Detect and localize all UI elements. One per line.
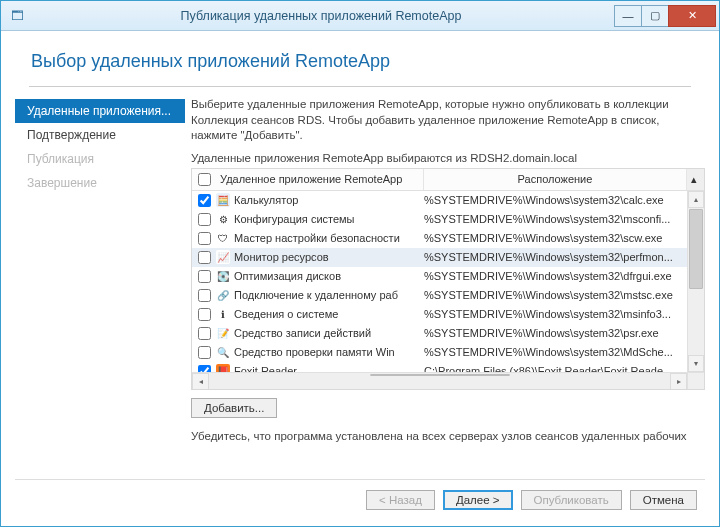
instructions-text: Выберите удаленные приложения RemoteApp,…: [191, 97, 705, 144]
app-name: Средство записи действий: [234, 327, 371, 339]
column-header-name[interactable]: Удаленное приложение RemoteApp: [216, 169, 424, 190]
table-row[interactable]: ⚙Конфигурация системы%SYSTEMDRIVE%\Windo…: [192, 210, 687, 229]
row-checkbox[interactable]: [198, 270, 211, 283]
scroll-down-button[interactable]: ▾: [688, 355, 704, 372]
app-icon: 🗔: [7, 8, 27, 23]
row-checkbox[interactable]: [198, 251, 211, 264]
nav-step-2: Публикация: [15, 147, 185, 171]
scroll-right-button[interactable]: ▸: [670, 373, 687, 389]
v-scroll-thumb[interactable]: [689, 209, 703, 289]
publish-button[interactable]: Опубликовать: [521, 490, 622, 510]
table-row[interactable]: ℹСведения о системе%SYSTEMDRIVE%\Windows…: [192, 305, 687, 324]
app-icon: 📕: [216, 364, 230, 372]
table-row[interactable]: 🔍Средство проверки памяти Win%SYSTEMDRIV…: [192, 343, 687, 362]
row-checkbox[interactable]: [198, 194, 211, 207]
h-scroll-thumb[interactable]: [370, 374, 510, 376]
table-row[interactable]: 📝Средство записи действий%SYSTEMDRIVE%\W…: [192, 324, 687, 343]
scroll-corner: [687, 372, 704, 389]
app-location: %SYSTEMDRIVE%\Windows\system32\psr.exe: [424, 327, 687, 339]
cancel-button[interactable]: Отмена: [630, 490, 697, 510]
app-icon: 📝: [216, 326, 230, 340]
app-name: Подключение к удаленному раб: [234, 289, 398, 301]
row-checkbox[interactable]: [198, 327, 211, 340]
app-location: %SYSTEMDRIVE%\Windows\system32\calc.exe: [424, 194, 687, 206]
app-location: %SYSTEMDRIVE%\Windows\system32\msinfo3..…: [424, 308, 687, 320]
nav-step-0[interactable]: Удаленные приложения...: [15, 99, 185, 123]
window-buttons: — ▢ ✕: [615, 5, 716, 27]
back-button[interactable]: < Назад: [366, 490, 435, 510]
maximize-button[interactable]: ▢: [641, 5, 669, 27]
table-row[interactable]: 🛡Мастер настройки безопасности%SYSTEMDRI…: [192, 229, 687, 248]
app-name: Мастер настройки безопасности: [234, 232, 400, 244]
column-header-location[interactable]: Расположение: [424, 169, 687, 190]
table-row[interactable]: 💽Оптимизация дисков%SYSTEMDRIVE%\Windows…: [192, 267, 687, 286]
app-name: Оптимизация дисков: [234, 270, 341, 282]
close-button[interactable]: ✕: [668, 5, 716, 27]
header-checkbox-cell[interactable]: [192, 169, 216, 190]
table-row[interactable]: 📈Монитор ресурсов%SYSTEMDRIVE%\Windows\s…: [192, 248, 687, 267]
wizard-window: 🗔 Публикация удаленных приложений Remote…: [0, 0, 720, 527]
nav-step-3: Завершение: [15, 171, 185, 195]
scroll-left-button[interactable]: ◂: [192, 373, 209, 389]
wizard-nav: Удаленные приложения...ПодтверждениеПубл…: [15, 97, 185, 471]
app-name: Конфигурация системы: [234, 213, 355, 225]
row-checkbox[interactable]: [198, 346, 211, 359]
footer-note: Убедитесь, что программа установлена на …: [191, 430, 705, 442]
window-title: Публикация удаленных приложений RemoteAp…: [27, 9, 615, 23]
app-icon: 🔍: [216, 345, 230, 359]
vertical-scrollbar[interactable]: ▴ ▾: [687, 191, 704, 372]
app-name: Сведения о системе: [234, 308, 338, 320]
app-icon: 💽: [216, 269, 230, 283]
table-header: Удаленное приложение RemoteApp Расположе…: [192, 169, 704, 191]
titlebar: 🗔 Публикация удаленных приложений Remote…: [1, 1, 719, 31]
scroll-gutter: ▴: [687, 169, 704, 190]
app-icon: ⚙: [216, 212, 230, 226]
select-all-checkbox[interactable]: [198, 173, 211, 186]
row-checkbox[interactable]: [198, 213, 211, 226]
app-location: %SYSTEMDRIVE%\Windows\system32\mstsc.exe: [424, 289, 687, 301]
divider: [29, 86, 691, 87]
app-icon: 🔗: [216, 288, 230, 302]
table-row[interactable]: 🔗Подключение к удаленному раб%SYSTEMDRIV…: [192, 286, 687, 305]
app-icon: 📈: [216, 250, 230, 264]
source-server-text: Удаленные приложения RemoteApp выбираютс…: [191, 152, 705, 164]
horizontal-scrollbar[interactable]: ◂ ▸: [192, 372, 687, 389]
nav-step-1[interactable]: Подтверждение: [15, 123, 185, 147]
app-icon: 🛡: [216, 231, 230, 245]
page-title: Выбор удаленных приложений RemoteApp: [31, 51, 705, 72]
table-row[interactable]: 🧮Калькулятор%SYSTEMDRIVE%\Windows\system…: [192, 191, 687, 210]
app-name: Калькулятор: [234, 194, 298, 206]
table-row[interactable]: 📕Foxit ReaderC:\Program Files (x86)\Foxi…: [192, 362, 687, 372]
app-location: %SYSTEMDRIVE%\Windows\system32\msconfi..…: [424, 213, 687, 225]
row-checkbox[interactable]: [198, 289, 211, 302]
row-checkbox[interactable]: [198, 232, 211, 245]
row-checkbox[interactable]: [198, 365, 211, 372]
add-button[interactable]: Добавить...: [191, 398, 277, 418]
minimize-button[interactable]: —: [614, 5, 642, 27]
next-button[interactable]: Далее >: [443, 490, 513, 510]
app-icon: ℹ: [216, 307, 230, 321]
scroll-up-button[interactable]: ▴: [688, 191, 704, 208]
app-location: %SYSTEMDRIVE%\Windows\system32\perfmon..…: [424, 251, 687, 263]
app-name: Средство проверки памяти Win: [234, 346, 395, 358]
app-icon: 🧮: [216, 193, 230, 207]
wizard-footer: < Назад Далее > Опубликовать Отмена: [15, 479, 705, 516]
app-location: %SYSTEMDRIVE%\Windows\system32\scw.exe: [424, 232, 687, 244]
app-name: Монитор ресурсов: [234, 251, 329, 263]
app-location: %SYSTEMDRIVE%\Windows\system32\dfrgui.ex…: [424, 270, 687, 282]
apps-table: Удаленное приложение RemoteApp Расположе…: [191, 168, 705, 390]
row-checkbox[interactable]: [198, 308, 211, 321]
app-location: %SYSTEMDRIVE%\Windows\system32\MdSche...: [424, 346, 687, 358]
